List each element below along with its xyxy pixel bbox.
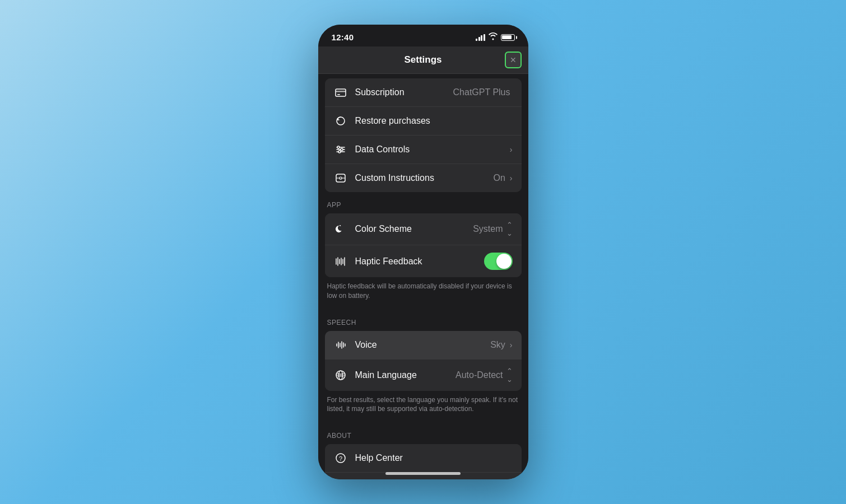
close-icon: ✕ (510, 56, 517, 64)
top-settings-group: Subscription ChatGPT Plus Restore purcha… (325, 78, 522, 192)
data-controls-icon (334, 143, 347, 156)
signal-bars-icon (476, 34, 485, 41)
haptic-feedback-toggle[interactable] (484, 253, 513, 270)
svg-point-7 (337, 146, 340, 148)
voice-value: Sky (490, 340, 505, 350)
battery-icon (501, 34, 515, 41)
restore-purchases-label: Restore purchases (355, 116, 513, 126)
speech-settings-group: Voice Sky › Main Lan (325, 331, 522, 391)
svg-point-11 (340, 177, 342, 179)
speech-section: SPEECH Voice Sky (318, 310, 528, 423)
wifi-icon (489, 33, 498, 41)
settings-content[interactable]: Subscription ChatGPT Plus Restore purcha… (318, 74, 528, 479)
svg-point-8 (341, 148, 343, 151)
custom-instructions-chevron: › (510, 174, 513, 183)
globe-icon (334, 368, 347, 382)
custom-instructions-value: On (493, 173, 505, 183)
about-section: ABOUT ? Help Center (318, 423, 528, 479)
color-scheme-updown-icon: ⌃⌄ (506, 221, 513, 237)
haptic-feedback-label: Haptic Feedback (355, 256, 484, 267)
haptic-feedback-hint: Haptic feedback will be automatically di… (318, 277, 528, 310)
help-center-label: Help Center (355, 453, 513, 463)
main-language-label: Main Language (355, 370, 456, 380)
voice-label: Voice (355, 340, 491, 350)
phone-frame: 12:40 Settings ✕ (318, 25, 528, 479)
moon-icon (334, 222, 347, 236)
voice-chevron: › (510, 340, 513, 349)
data-controls-label: Data Controls (355, 144, 508, 155)
home-indicator (385, 472, 461, 475)
svg-rect-2 (337, 94, 340, 95)
svg-rect-1 (336, 91, 346, 92)
help-center-item[interactable]: ? Help Center (325, 444, 522, 473)
settings-title: Settings (404, 54, 441, 66)
status-bar: 12:40 (318, 25, 528, 46)
status-icons (476, 33, 515, 41)
svg-point-9 (338, 151, 341, 153)
restore-icon (334, 114, 347, 128)
svg-point-3 (337, 117, 345, 125)
subscription-icon (334, 86, 347, 99)
app-section-label: APP (318, 192, 528, 213)
haptic-icon (334, 255, 347, 268)
data-controls-chevron: › (510, 145, 513, 154)
close-button[interactable]: ✕ (505, 52, 522, 68)
voice-icon (334, 338, 347, 352)
help-icon: ? (334, 451, 347, 465)
data-controls-item[interactable]: Data Controls › (325, 136, 522, 164)
main-language-value: Auto-Detect (455, 370, 503, 380)
app-settings-group: Color Scheme System ⌃⌄ (325, 213, 522, 277)
main-language-item[interactable]: Main Language Auto-Detect ⌃⌄ (325, 360, 522, 391)
status-time: 12:40 (332, 32, 354, 42)
app-section: APP Color Scheme System ⌃⌄ (318, 192, 528, 310)
svg-text:?: ? (338, 455, 342, 462)
about-section-label: ABOUT (318, 423, 528, 444)
color-scheme-label: Color Scheme (355, 224, 473, 234)
color-scheme-item[interactable]: Color Scheme System ⌃⌄ (325, 213, 522, 245)
settings-header: Settings ✕ (318, 46, 528, 74)
custom-instructions-label: Custom Instructions (355, 173, 494, 183)
subscription-label: Subscription (355, 87, 453, 97)
speech-hint: For best results, select the language yo… (318, 391, 528, 423)
voice-item[interactable]: Voice Sky › (325, 331, 522, 360)
custom-instructions-icon (334, 171, 347, 185)
custom-instructions-item[interactable]: Custom Instructions On › (325, 164, 522, 192)
speech-section-label: SPEECH (318, 310, 528, 331)
subscription-item[interactable]: Subscription ChatGPT Plus (325, 78, 522, 107)
language-updown-icon: ⌃⌄ (506, 367, 513, 384)
color-scheme-value: System (473, 224, 503, 234)
haptic-feedback-item[interactable]: Haptic Feedback (325, 245, 522, 277)
subscription-value: ChatGPT Plus (453, 87, 510, 97)
restore-purchases-item[interactable]: Restore purchases (325, 107, 522, 136)
svg-rect-0 (336, 89, 346, 96)
